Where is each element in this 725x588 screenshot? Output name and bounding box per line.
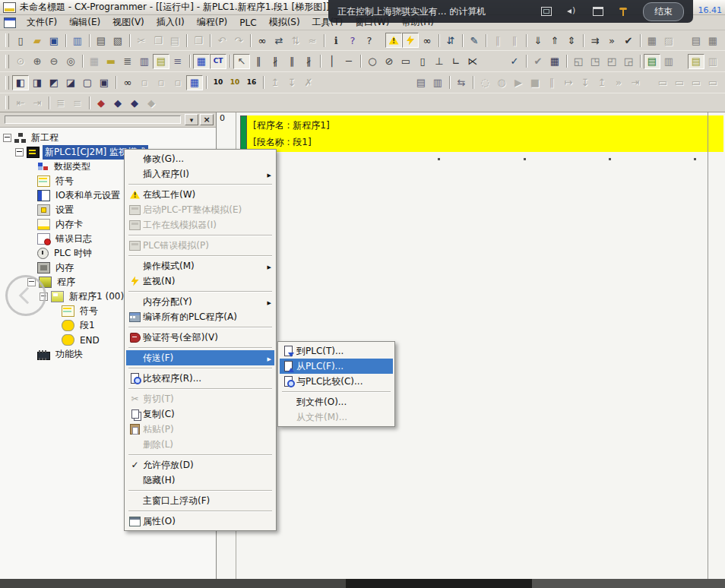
open-file-icon[interactable]: ▰ — [29, 33, 46, 48]
compile-program-icon[interactable]: ✔ — [530, 54, 546, 69]
tree-item-project[interactable]: 新工程 — [0, 131, 216, 145]
memory-bar-icon[interactable]: ▦ — [704, 33, 721, 48]
comment-display-icon[interactable]: ▫ — [136, 75, 153, 90]
find-next-icon[interactable]: ⇅ — [287, 33, 304, 48]
tile-vertical-icon[interactable]: ▭ — [688, 75, 704, 90]
zoom-in-icon[interactable]: ⊕ — [29, 54, 46, 69]
menu-programming[interactable]: 编程(P) — [191, 14, 234, 30]
rung-display-icon[interactable]: ▫ — [153, 75, 169, 90]
menu-item-compare-program[interactable]: 比较程序(R)... — [126, 371, 274, 386]
verify-program-icon[interactable]: ✔ — [620, 33, 637, 48]
panel-drag-handle[interactable] — [5, 115, 181, 124]
menu-item-hide[interactable]: 隐藏(H) — [126, 473, 274, 488]
align-block-icon[interactable]: ≡ — [69, 95, 86, 110]
output-window-icon[interactable]: ◨ — [29, 75, 46, 90]
invert-icon[interactable]: ⊥ — [431, 54, 448, 69]
new-instruction-icon[interactable]: ▯ — [414, 54, 431, 69]
remote-control-icon[interactable] — [619, 7, 628, 17]
menu-simulation[interactable]: 模拟(S) — [263, 14, 306, 30]
panel-menu-button[interactable] — [185, 114, 198, 125]
panel-close-button[interactable] — [200, 114, 214, 125]
menu-item-float-on-main[interactable]: 主窗口上浮动(F) — [126, 493, 274, 508]
submenu-item-compare-with-plc[interactable]: 与PLC比较(C)... — [280, 374, 393, 389]
new-closed-contact-icon[interactable]: ∦ — [267, 54, 283, 69]
menu-file[interactable]: 文件(F) — [21, 14, 63, 30]
sim-play-icon[interactable]: ▶ — [510, 75, 527, 90]
new-contact-icon[interactable]: ∥ — [250, 54, 267, 69]
force-on-icon[interactable]: ↥ — [267, 75, 283, 90]
transfer-online-icon[interactable]: ⇵ — [442, 33, 459, 48]
symbols-window-icon[interactable]: ▤ — [644, 54, 660, 69]
step-run-icon[interactable]: ↦ — [560, 75, 577, 90]
sim-stop-icon[interactable]: ■ — [527, 75, 543, 90]
rung-comment-icon[interactable]: ▬ — [103, 54, 119, 69]
tile-horizontal-icon[interactable]: ▭ — [671, 75, 688, 90]
monitor-display-icon[interactable]: ▫ — [169, 75, 186, 90]
sim-pause-icon[interactable]: ‖ — [543, 75, 560, 90]
submenu-item-from-file[interactable]: 从文件(M)... — [280, 409, 393, 425]
menu-item-work-online-simulator[interactable]: 工作在线模拟器(I) — [126, 217, 274, 232]
find-in-files-icon[interactable]: ≈ — [304, 33, 321, 48]
menu-item-copy[interactable]: 复制(C) — [126, 406, 274, 422]
pause-at-icon[interactable]: ◌ — [476, 75, 493, 90]
outdent-icon[interactable]: ⇤ — [12, 95, 29, 110]
io-comment-view-icon[interactable]: ▦ — [193, 54, 210, 69]
insert-rung-icon[interactable]: ◱ — [570, 54, 587, 69]
watch-sheet-icon[interactable]: ▥ — [704, 54, 721, 69]
sim-scan-icon[interactable]: ◍ — [493, 75, 510, 90]
undo-icon[interactable]: ↶ — [214, 33, 230, 48]
zoom-100-icon[interactable]: ◎ — [62, 54, 79, 69]
symbol-bar-icon[interactable]: ≣ — [119, 54, 136, 69]
toolbar-grip[interactable] — [5, 96, 9, 109]
monitor-icon[interactable] — [402, 33, 419, 48]
menu-item-operation-mode[interactable]: 操作模式(M) — [126, 258, 274, 273]
cut-icon[interactable]: ✂ — [133, 33, 150, 48]
online-edit-icon[interactable]: ✎ — [466, 33, 483, 48]
step-out-icon[interactable]: ↥ — [594, 75, 610, 90]
paste-icon[interactable]: ▤ — [166, 33, 183, 48]
clock-bar-icon[interactable]: ▤ — [688, 33, 704, 48]
watch-window2-icon[interactable]: ▥ — [660, 54, 677, 69]
back-arrow-overlay[interactable] — [5, 275, 46, 316]
connect-line-icon[interactable]: ∟ — [448, 54, 464, 69]
menu-plc[interactable]: PLC — [233, 16, 262, 30]
menu-insert[interactable]: 插入(I) — [150, 14, 191, 30]
menu-item-properties[interactable]: 属性(O) — [126, 514, 274, 529]
horizontal-line-icon[interactable]: ─ — [340, 54, 357, 69]
pause-monitoring-icon[interactable]: ‖ — [489, 33, 506, 48]
new-file-icon[interactable]: ▯ — [12, 33, 29, 48]
force-cancel-icon[interactable]: ✗ — [300, 75, 317, 90]
menu-item-memory-allocation[interactable]: 内存分配(Y) — [126, 294, 274, 309]
menu-item-modify[interactable]: 修改(G)... — [126, 151, 274, 166]
download-to-plc-icon[interactable]: ⇓ — [530, 33, 546, 48]
select-mode-icon[interactable]: ↖ — [233, 54, 250, 69]
data-display-icon[interactable]: ▦ — [186, 75, 203, 90]
window-pin-icon[interactable] — [593, 7, 603, 16]
print-preview-icon[interactable]: ▧ — [109, 33, 126, 48]
new-function-block-icon[interactable]: ▭ — [397, 54, 414, 69]
bookmark-prev-icon[interactable]: ◆ — [126, 95, 143, 110]
new-closed-coil-icon[interactable]: ⊘ — [381, 54, 397, 69]
simulator-transfer-icon[interactable]: ⇆ — [453, 75, 470, 90]
menu-view[interactable]: 视图(V) — [106, 14, 150, 30]
expand-toggle[interactable] — [15, 148, 24, 156]
monitor-hex-icon[interactable]: 16 — [243, 75, 260, 90]
zoom-select-icon[interactable]: ⊙ — [12, 54, 29, 69]
help-icon[interactable]: ? — [344, 33, 361, 48]
unit-settings-icon[interactable]: ▨ — [660, 33, 677, 48]
about-icon[interactable]: ℹ — [328, 33, 344, 48]
new-closed-or-contact-icon[interactable]: ∦ — [300, 54, 317, 69]
new-or-contact-icon[interactable]: ∥ — [283, 54, 300, 69]
delete-line-icon[interactable]: ⋉ — [464, 54, 481, 69]
find-address-icon[interactable]: ∞ — [119, 75, 136, 90]
print-icon[interactable]: ▤ — [93, 33, 109, 48]
menu-item-compile-all-plc-programs[interactable]: 编译所有的PLC程序(A) — [126, 309, 274, 324]
toolbar-grip[interactable] — [5, 55, 9, 68]
find-replace-icon[interactable]: ⇄ — [271, 33, 287, 48]
grid-toggle-icon[interactable]: ▦ — [86, 54, 103, 69]
symbol-table-icon[interactable]: ▤ — [688, 54, 704, 69]
find-online-icon[interactable]: ∞ — [419, 33, 435, 48]
continuous-run-icon[interactable]: » — [610, 75, 627, 90]
menu-item-verify-symbols-all[interactable]: 验证符号(全部)(V) — [126, 330, 274, 345]
compare-program-icon[interactable]: ▥ — [69, 33, 86, 48]
